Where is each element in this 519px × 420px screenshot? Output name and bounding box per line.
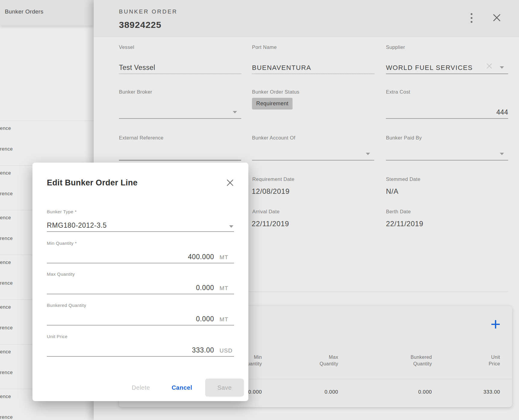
unit-price-value: 333.00 — [192, 346, 214, 354]
vessel-field[interactable]: Vessel Test Vessel — [119, 44, 241, 74]
bunker-order-status-field: Bunker Order Status Requirement — [252, 89, 374, 119]
bunker-broker-dropdown-icon[interactable] — [233, 111, 237, 113]
list-item-text: rence — [0, 415, 13, 420]
column-header-unit-price: UnitPrice — [434, 354, 500, 367]
port-name-label: Port Name — [252, 44, 277, 50]
modal-actions: Delete Cancel Save — [132, 379, 244, 397]
list-item-text: rence — [0, 370, 13, 375]
bunkered-quantity-input[interactable]: Bunkered Quantity 0.000 MT — [47, 303, 234, 326]
column-header-bunkered-quantity: BunkeredQuantity — [366, 354, 432, 367]
bunkered-quantity-value: 0.000 — [196, 315, 214, 323]
supplier-dropdown-icon[interactable] — [500, 66, 504, 69]
bunker-paid-by-dropdown-icon[interactable] — [500, 153, 504, 155]
max-quantity-unit: MT — [220, 285, 234, 292]
save-button[interactable]: Save — [205, 379, 244, 397]
extra-cost-label: Extra Cost — [386, 89, 410, 95]
cell-unit-price: 333.00 — [434, 389, 500, 395]
list-item-text: rence — [0, 280, 13, 286]
stemmed-date-label: Stemmed Date — [386, 176, 420, 182]
list-item-text: ence — [0, 260, 11, 265]
more-options-icon[interactable] — [467, 13, 476, 24]
bunker-type-dropdown-icon[interactable] — [229, 225, 233, 228]
port-name-value: BUENAVENTURA — [252, 64, 311, 72]
external-reference-label: External Reference — [119, 135, 163, 141]
add-line-button[interactable] — [490, 319, 501, 329]
min-quantity-input[interactable]: Min Quantity * 400.000 MT — [47, 241, 234, 263]
min-quantity-label: Min Quantity * — [47, 241, 77, 246]
cell-bunkered-quantity: 0.000 — [366, 389, 432, 395]
extra-cost-value: 444 — [496, 108, 508, 116]
delete-button[interactable]: Delete — [132, 384, 150, 391]
order-id: 38924225 — [119, 20, 161, 30]
bunker-paid-by-label: Bunker Paid By — [386, 135, 422, 141]
unit-price-label: Unit Price — [47, 334, 68, 339]
bunker-orders-header: Bunker Orders — [0, 0, 94, 26]
modal-close-icon[interactable] — [226, 178, 235, 187]
bunker-type-label: Bunker Type * — [47, 209, 77, 214]
bunker-type-select[interactable]: Bunker Type * RMG180-2012-3.5 — [47, 209, 234, 232]
close-icon[interactable] — [492, 13, 502, 22]
min-quantity-value: 400.000 — [188, 253, 214, 261]
page-title: Bunker Orders — [5, 8, 44, 15]
bunker-type-value: RMG180-2012-3.5 — [47, 221, 107, 230]
status-badge: Requirement — [252, 98, 293, 110]
list-item-text: ence — [0, 170, 11, 176]
list-item-text: rence — [0, 325, 13, 331]
arrival-date-value: 22/11/2019 — [252, 220, 289, 228]
requirement-date-label: Requirement Date — [252, 176, 294, 182]
supplier-field[interactable]: Supplier WORLD FUEL SERVICES — [386, 44, 508, 74]
min-quantity-unit: MT — [220, 254, 234, 261]
screen: ence rence ence rence ence rence ence re… — [0, 0, 519, 420]
unit-price-currency: USD — [220, 347, 234, 354]
list-item-text: ence — [0, 394, 11, 399]
max-quantity-label: Max Quantity — [47, 272, 75, 277]
edit-bunker-order-line-modal: Edit Bunker Order Line Bunker Type * RMG… — [32, 163, 248, 401]
bunker-account-of-label: Bunker Account Of — [252, 135, 295, 141]
detail-header-label: BUNKER ORDER — [119, 8, 178, 15]
list-item-text: rence — [0, 236, 13, 241]
bunker-broker-field[interactable]: Bunker Broker — [119, 89, 241, 119]
vessel-value: Test Vessel — [119, 64, 155, 72]
arrival-date-label: Arrival Date — [252, 209, 280, 214]
berth-date-value: 22/11/2019 — [386, 220, 423, 228]
list-item-text: ence — [0, 126, 11, 131]
list-item-text: ence — [0, 349, 11, 355]
supplier-label: Supplier — [386, 44, 405, 50]
column-header-max-quantity: MaxQuantity — [272, 354, 338, 367]
clear-supplier-icon[interactable] — [486, 63, 493, 70]
bunker-account-of-field[interactable]: Bunker Account Of — [252, 135, 374, 160]
supplier-value: WORLD FUEL SERVICES — [386, 64, 473, 72]
bunker-broker-label: Bunker Broker — [119, 89, 152, 95]
bunker-account-of-dropdown-icon[interactable] — [366, 153, 370, 155]
cell-max-quantity: 0.000 — [272, 389, 338, 395]
stemmed-date-value: N/A — [386, 187, 399, 196]
list-item-text: rence — [0, 146, 13, 152]
list-item[interactable]: ence rence — [0, 121, 94, 165]
list-item-text: rence — [0, 191, 13, 196]
cancel-button[interactable]: Cancel — [171, 384, 192, 391]
external-reference-field[interactable]: External Reference — [119, 135, 241, 160]
max-quantity-value: 0.000 — [196, 284, 214, 292]
port-name-field[interactable]: Port Name BUENAVENTURA — [252, 44, 374, 74]
bunker-order-status-label: Bunker Order Status — [252, 89, 299, 95]
requirement-date-value: 12/08/2019 — [252, 187, 290, 196]
max-quantity-input[interactable]: Max Quantity 0.000 MT — [47, 272, 234, 294]
unit-price-input[interactable]: Unit Price 333.00 USD — [47, 334, 234, 357]
list-item-text: ence — [0, 304, 11, 310]
modal-title: Edit Bunker Order Line — [47, 178, 138, 188]
berth-date-label: Berth Date — [386, 209, 411, 214]
bunker-paid-by-field[interactable]: Bunker Paid By — [386, 135, 508, 160]
bunkered-quantity-unit: MT — [220, 316, 234, 323]
detail-header: BUNKER ORDER 38924225 — [94, 0, 519, 37]
vessel-label: Vessel — [119, 44, 134, 50]
extra-cost-field[interactable]: Extra Cost 444 — [386, 89, 508, 119]
bunkered-quantity-label: Bunkered Quantity — [47, 303, 86, 308]
list-item-text: ence — [0, 215, 11, 220]
